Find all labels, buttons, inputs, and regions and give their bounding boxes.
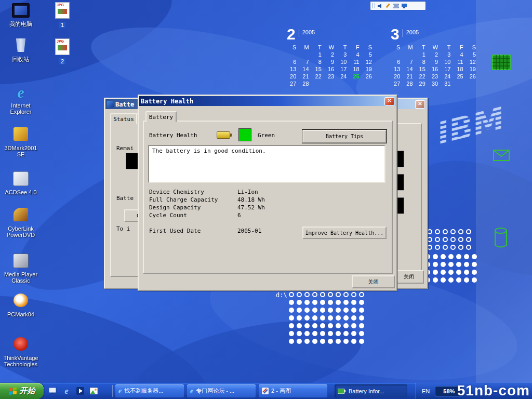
dot (351, 331, 356, 336)
calendar-divider (299, 29, 299, 37)
task-button-battery-information[interactable]: Battery Infor... (335, 384, 407, 397)
dot (450, 229, 456, 234)
desktop-icon-my-computer[interactable]: 我的电脑 (2, 2, 39, 27)
language-bar[interactable] (370, 1, 426, 10)
task-button-forum[interactable]: e 专门网论坛 - ... (187, 384, 256, 397)
calendar-day: 25 (350, 73, 362, 80)
internet-explorer-icon: e (11, 85, 30, 101)
start-button[interactable]: 开始 (0, 383, 44, 399)
first-used-date-label: First Used Date (149, 228, 201, 234)
calendar-day: 1 (416, 51, 429, 58)
monitor-icon[interactable] (401, 3, 407, 9)
calendar-day: 9 (429, 58, 441, 65)
dot (359, 300, 364, 305)
tab-status[interactable]: Status (110, 113, 137, 124)
language-bar-grip[interactable] (373, 3, 375, 8)
desktop-icon-recycle-bin[interactable]: 回收站 (2, 37, 39, 62)
calendar-day (467, 80, 479, 87)
battery-health-titlebar[interactable]: Battery Health ✕ (139, 96, 396, 106)
battery-tips-button[interactable]: Battery Tips (302, 130, 387, 143)
button-label: Improve Battery Health... (305, 230, 384, 236)
close-icon[interactable]: ✕ (415, 100, 425, 109)
dot (351, 300, 356, 305)
language-indicator[interactable]: EN (422, 388, 430, 394)
dot (328, 315, 333, 321)
thinkvantage-icon (11, 337, 30, 354)
cycle-count-label: Cycle Count (149, 212, 187, 219)
close-icon[interactable]: ✕ (384, 97, 394, 105)
condition-textbox[interactable]: The battery is in good condition. (148, 145, 385, 183)
desktop-icon-3dmark2001[interactable]: 3DMark2001 SE (2, 126, 39, 157)
icon-label: CyberLink PowerDVD (2, 225, 39, 238)
tab-battery[interactable]: Battery (145, 111, 177, 122)
dot (289, 315, 294, 321)
calendar-day: 16 (325, 65, 337, 73)
battery-icon (217, 131, 230, 139)
dot (304, 331, 310, 336)
desktop-file-1[interactable]: JPG 1 (48, 2, 77, 29)
task-button-paint[interactable]: 2 - 画图 (259, 384, 327, 397)
close-button[interactable]: 关闭 (394, 270, 424, 284)
calendar-day: 13 (391, 65, 403, 73)
ie-icon[interactable]: e (61, 386, 72, 396)
calendar-day: 31 (441, 80, 454, 87)
desktop-icon-thinkvantage[interactable]: ThinkVantage Technologies (2, 336, 39, 367)
show-desktop-icon[interactable] (48, 386, 58, 396)
dot (289, 323, 294, 328)
calendar-day: 27 (391, 80, 403, 87)
media-player-icon[interactable] (75, 386, 85, 396)
calendar-day: 13 (287, 65, 299, 73)
desktop-icon-media-player-classic[interactable]: Media Player Classic (2, 252, 39, 284)
dot (289, 300, 294, 305)
desktop-icon-powerdvd[interactable]: CyberLink PowerDVD (2, 207, 39, 238)
dot (472, 277, 477, 283)
calendar-day: 8 (416, 58, 429, 65)
calendar-day-header: T (441, 44, 454, 51)
dot (456, 277, 461, 283)
pen-icon[interactable] (385, 3, 391, 9)
desktop-icon-internet-explorer[interactable]: e Internet Explorer (2, 85, 39, 115)
calendar-day: 28 (299, 80, 312, 87)
dot (297, 315, 302, 321)
ie-icon: e (118, 388, 122, 395)
dot (289, 339, 294, 344)
keyboard-icon[interactable] (393, 3, 399, 9)
dot (433, 254, 438, 259)
battery-percent: 58% (443, 388, 455, 394)
calendar-day: 20 (287, 73, 299, 80)
dot (312, 331, 317, 336)
image-viewer-icon[interactable] (88, 386, 99, 396)
dot (328, 339, 333, 344)
calendar-day: 27 (287, 80, 299, 87)
battery-info-window-icon (107, 101, 114, 108)
task-label: 2 - 画图 (271, 387, 291, 395)
calendar-day: 24 (337, 73, 350, 80)
icon-label: Media Player Classic (2, 271, 39, 284)
calendar-day: 23 (325, 73, 337, 80)
dot (435, 245, 440, 250)
dot (435, 229, 440, 234)
dot (472, 254, 477, 259)
desktop-file-2[interactable]: JPG 2 (48, 38, 77, 65)
calendar-day: 11 (350, 58, 362, 65)
volume-icon[interactable] (377, 3, 383, 9)
first-used-date-value: 2005-01 (237, 228, 261, 234)
task-button-server-not-found[interactable]: e 找不到服务器... (115, 384, 184, 397)
close-button[interactable]: 关闭 (352, 275, 395, 288)
calendar-day: 15 (312, 65, 325, 73)
calendar-day: 3 (441, 51, 454, 58)
dot (443, 229, 448, 234)
dot (464, 270, 469, 275)
dot (458, 245, 463, 250)
jpg-file-icon: JPG (55, 38, 70, 55)
dot (441, 262, 446, 267)
window-title: Batte (115, 101, 134, 108)
calendar-day: 10 (441, 58, 454, 65)
desktop-icon-acdsee[interactable]: ACDSee 4.0 (2, 170, 39, 195)
improve-battery-health-button[interactable]: Improve Battery Health... (302, 227, 387, 239)
calendar-day: 5 (467, 51, 479, 58)
dot (458, 237, 463, 242)
dot (328, 308, 333, 313)
desktop-icon-pcmark04[interactable]: PCMark04 (2, 292, 39, 317)
calendar-day: 14 (403, 65, 416, 73)
